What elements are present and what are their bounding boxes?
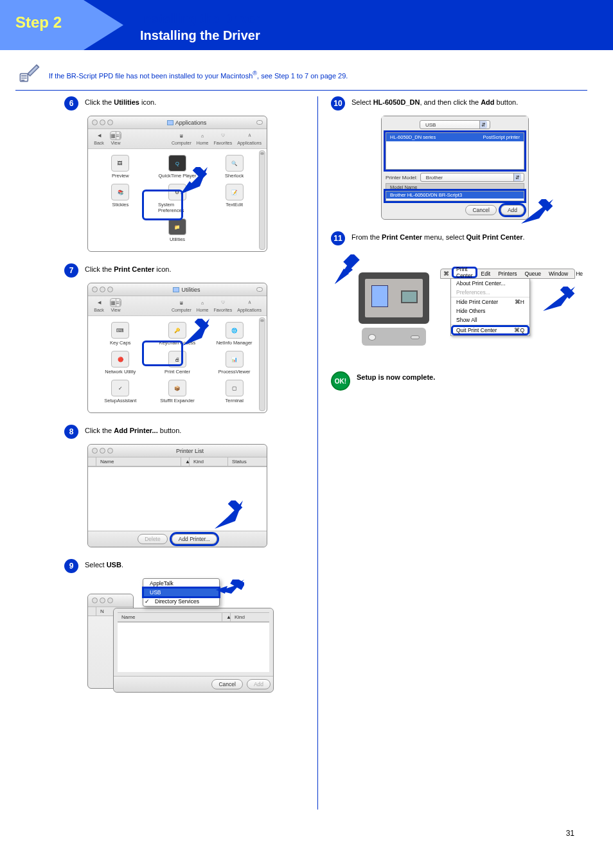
step-10-badge: 10: [331, 96, 345, 111]
page-number: 31: [566, 829, 574, 838]
step-9: 9 Select USB.: [64, 559, 315, 573]
step-11-text: From the Print Center menu, select Quit …: [351, 231, 582, 242]
quicktime-icon: Q: [168, 155, 186, 172]
textedit-icon: 📝: [226, 184, 244, 200]
step-7: 7 Click the Print Center icon.: [64, 263, 315, 278]
step-9-text: Select USB.: [85, 559, 315, 570]
zoom-icon: [107, 287, 113, 292]
figure-11: ⌘ Print Center Edit Printers Queue Windo…: [331, 251, 575, 348]
delete-button[interactable]: Delete: [138, 534, 168, 544]
header-chevron: [84, 0, 123, 50]
add-button[interactable]: Add: [501, 205, 524, 215]
fig6-grid: 🖼Preview QQuickTime Player 🔍Sherlock 📚St…: [88, 149, 267, 251]
window-controls: [92, 120, 113, 125]
stuffit-icon: 📦: [168, 380, 186, 396]
step-6: 6 Click the Utilities icon.: [64, 96, 315, 111]
right-column: 10 Select HL-6050D_DN, and then click th…: [331, 96, 582, 394]
fig9-dropdown[interactable]: AppleTalk USB ✓Directory Services: [143, 578, 220, 607]
menu-printers[interactable]: Printers: [494, 270, 520, 277]
close-icon: [92, 448, 98, 454]
home-icon: ⌂: [197, 131, 208, 140]
left-column: 6 Click the Utilities icon. Applications…: [64, 96, 315, 718]
menu-printcenter[interactable]: Print Center: [452, 267, 477, 278]
menu-item-quit[interactable]: Quit Print Center⌘Q: [451, 325, 529, 335]
figure-6: Applications ◀Back ▦≡▥View 🖥Computer ⌂Ho…: [87, 116, 267, 252]
printer-list[interactable]: HL-6050D_DN series PostScript printer: [386, 132, 524, 170]
processviewer-icon: 📊: [226, 351, 244, 368]
header-line1: Installing the Driver: [140, 12, 260, 26]
monitor-illustration: [353, 272, 435, 348]
menu-window[interactable]: Window: [545, 270, 572, 277]
dd-directory[interactable]: ✓Directory Services: [143, 597, 219, 606]
menu-item-hideothers[interactable]: Hide Others: [451, 306, 529, 315]
horizontal-rule: [15, 90, 587, 91]
close-icon: [92, 598, 98, 603]
list-printer-name: HL-6050D_DN series: [390, 134, 436, 140]
default-printer-icon: [371, 285, 388, 307]
model-list[interactable]: Brother HL-6050D/DN BR-Script3: [386, 191, 524, 201]
header-line2: Installing the Driver: [140, 28, 260, 43]
fig8-footer: Delete Add Printer...: [88, 531, 267, 547]
step-title: Step 2: [15, 13, 62, 31]
fig6-toolbar: ◀Back ▦≡▥View 🖥Computer ⌂Home ♡Favorites…: [88, 129, 267, 149]
stickies-icon: 📚: [111, 184, 129, 200]
add-printer-button[interactable]: Add Printer...: [172, 534, 217, 544]
top-note: If the BR-Script PPD file has not been i…: [49, 69, 587, 81]
favorites-icon: ♡: [217, 131, 229, 140]
minimize-icon: [100, 287, 105, 292]
folder-icon: [173, 287, 179, 292]
terminal-icon: ▢: [226, 380, 244, 396]
preview-icon: 🖼: [111, 155, 129, 172]
menu-edit[interactable]: Edit: [477, 270, 495, 277]
dd-appletalk[interactable]: AppleTalk: [143, 579, 219, 588]
step-7-badge: 7: [64, 263, 78, 278]
step-7-text: Click the Print Center icon.: [85, 263, 315, 274]
fig8-columns: Name ▲ Kind Status: [88, 457, 267, 466]
netinfo-icon: 🌐: [226, 322, 244, 339]
chevron-updown-icon: ⇵: [513, 173, 521, 181]
dd-usb[interactable]: USB: [143, 588, 219, 597]
menu-help[interactable]: He: [572, 270, 587, 277]
step-complete: OK! Setup is now complete.: [331, 371, 582, 391]
figure-7: Utilities ◀Back ▦≡▥View 🖥Computer ⌂Home …: [87, 283, 267, 413]
view-seg-icon: ▦≡▥: [110, 131, 121, 140]
menu-item-showall[interactable]: Show All: [451, 315, 529, 324]
cancel-button[interactable]: Cancel: [465, 205, 496, 215]
list-printer-kind: PostScript printer: [483, 134, 520, 140]
menu-item-about[interactable]: About Print Center...: [451, 279, 529, 288]
step-9-badge: 9: [64, 559, 78, 573]
close-icon: [92, 120, 98, 125]
step-8-text: Click the Add Printer... button.: [85, 425, 315, 436]
step-11: 11 From the Print Center menu, select Qu…: [331, 231, 582, 245]
add-button[interactable]: Add: [247, 679, 271, 689]
chevron-updown-icon: ⇵: [479, 121, 487, 128]
arrow-9: [216, 580, 244, 599]
ok-badge: OK!: [331, 371, 350, 391]
apple-icon: ⌘: [441, 270, 452, 277]
menubar-fragment: ⌘ Print Center Edit Printers Queue Windo…: [440, 269, 575, 279]
netutility-icon: 🔴: [111, 351, 129, 368]
svg-marker-14: [335, 265, 353, 284]
cancel-button[interactable]: Cancel: [211, 679, 242, 689]
toolbar-toggle-icon: [256, 120, 263, 125]
svg-marker-8: [216, 580, 244, 594]
keychain-icon: 🔑: [168, 322, 186, 339]
col-name: Name: [118, 613, 222, 621]
minimize-icon: [100, 448, 105, 454]
close-icon: [92, 287, 98, 292]
step-10-text: Select HL-6050D_DN, and then click the A…: [351, 96, 582, 107]
col-kind: Kind: [190, 457, 228, 466]
connection-combo[interactable]: USB ⇵: [420, 120, 490, 129]
toolbar-toggle-icon: [256, 287, 263, 292]
printer-model-label: Printer Model:: [386, 175, 418, 181]
menu-queue[interactable]: Queue: [520, 270, 545, 277]
printer-model-combo[interactable]: Brother ⇵: [420, 173, 524, 182]
menu-item-hide[interactable]: Hide Print Center⌘H: [451, 297, 529, 306]
menu-dropdown[interactable]: About Print Center... Preferences... Hid…: [450, 279, 530, 336]
sysprefs-icon: ⚙: [168, 184, 186, 200]
scrollbar: [259, 150, 265, 250]
complete-text: Setup is now complete.: [357, 371, 582, 382]
svg-rect-9: [230, 580, 244, 590]
sherlock-icon: 🔍: [226, 155, 244, 172]
figure-9: N Name ▲ Kind Cancel Add AppleTalk USB ✓…: [87, 578, 280, 707]
